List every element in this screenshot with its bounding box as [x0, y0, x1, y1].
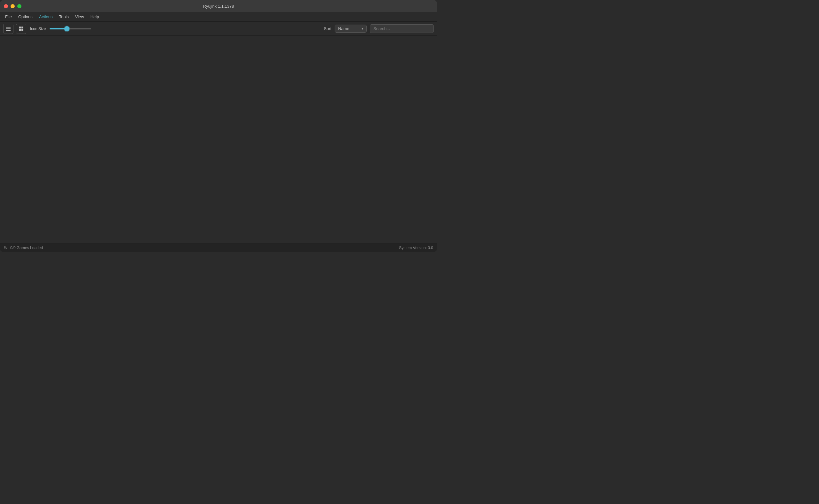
maximize-button[interactable]	[17, 4, 21, 8]
refresh-icon: ↻	[4, 245, 8, 250]
list-view-icon	[6, 27, 11, 31]
title-bar: Ryujinx 1.1.1378	[0, 0, 437, 12]
window-title: Ryujinx 1.1.1378	[203, 4, 234, 9]
grid-view-icon	[19, 27, 23, 31]
menu-help[interactable]: Help	[88, 13, 102, 20]
icon-size-slider[interactable]	[50, 28, 91, 29]
sort-select[interactable]: Name Title Developer Size	[335, 25, 366, 33]
search-input[interactable]	[370, 24, 434, 33]
toolbar-right: Sort Name Title Developer Size ▼	[324, 24, 434, 33]
sort-select-wrapper: Name Title Developer Size ▼	[335, 25, 366, 33]
list-view-button[interactable]	[3, 24, 13, 34]
menu-actions[interactable]: Actions	[36, 13, 55, 20]
status-left: ↻ 0/0 Games Loaded	[4, 245, 43, 250]
close-button[interactable]	[4, 4, 8, 8]
sort-label: Sort	[324, 26, 331, 31]
menu-view[interactable]: View	[73, 13, 87, 20]
window-controls	[4, 4, 21, 8]
toolbar: Icon Size Sort Name Title Developer Size…	[0, 22, 437, 36]
menu-tools[interactable]: Tools	[56, 13, 71, 20]
menu-file[interactable]: File	[3, 13, 14, 20]
menu-options[interactable]: Options	[16, 13, 35, 20]
main-content	[0, 36, 437, 243]
icon-size-slider-container	[50, 28, 91, 29]
icon-size-label: Icon Size	[30, 27, 46, 31]
system-version-status: System Version: 0.0	[399, 246, 433, 250]
status-bar: ↻ 0/0 Games Loaded System Version: 0.0	[0, 243, 437, 252]
grid-view-button[interactable]	[16, 24, 26, 34]
minimize-button[interactable]	[11, 4, 15, 8]
menu-bar: File Options Actions Tools View Help	[0, 12, 437, 22]
games-loaded-status: 0/0 Games Loaded	[10, 246, 43, 250]
